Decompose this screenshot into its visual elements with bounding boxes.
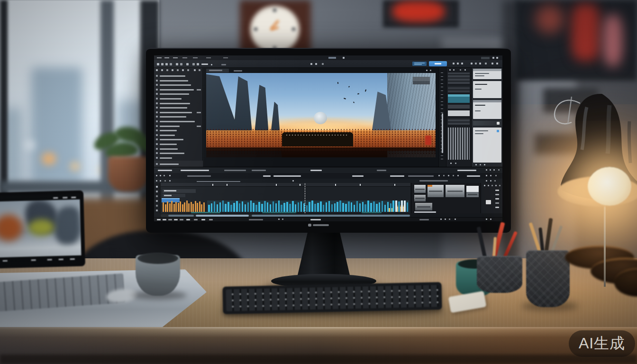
waveform-bar — [242, 201, 244, 212]
timeline-tab — [224, 170, 246, 171]
waveform-bar — [354, 205, 355, 212]
track-tool-icons — [156, 186, 158, 188]
waveform-bar — [300, 201, 302, 212]
waveform-bar — [273, 201, 274, 212]
preview-overlay-widget — [413, 77, 430, 84]
waveform-bar — [219, 202, 221, 212]
waveform-bar — [233, 203, 235, 212]
project-item-icon — [156, 84, 158, 86]
ruler-tick — [441, 91, 443, 91]
window-control-icons — [492, 57, 494, 59]
ruler-marker — [394, 184, 395, 186]
timeline-toolbar — [154, 173, 502, 179]
waveform-bar — [390, 203, 392, 212]
ruler-tick — [441, 109, 443, 109]
waveform-bar — [253, 203, 255, 212]
waveform-bar — [278, 200, 280, 212]
properties-panel — [471, 68, 502, 167]
project-item-label — [160, 135, 175, 136]
waveform-bar — [217, 204, 218, 212]
waveform-bar — [201, 204, 202, 212]
project-item-label — [160, 121, 195, 122]
waveform-bar — [197, 203, 198, 212]
playhead — [305, 183, 305, 213]
brand-wordmark — [313, 224, 329, 226]
footer-label — [160, 164, 179, 165]
waveform-bar — [298, 202, 300, 212]
project-item-label — [160, 89, 194, 91]
lamp-pole — [604, 199, 606, 287]
waveform-bar — [228, 202, 229, 212]
audio-sub-segment — [262, 212, 296, 213]
ruler-tick — [441, 94, 443, 95]
waveform-bar — [286, 202, 288, 212]
project-item-meta — [197, 126, 201, 127]
export-button — [429, 61, 447, 66]
workspace-icons — [491, 63, 493, 64]
clip-name-label — [408, 175, 434, 177]
timeline-tabbar — [154, 167, 502, 173]
toolbar-label — [221, 64, 226, 65]
bokeh-light — [25, 140, 35, 150]
mug-opening — [137, 253, 178, 264]
waveform-bar — [326, 202, 328, 212]
ruler-tick — [441, 98, 443, 98]
property-card — [473, 100, 501, 119]
project-row — [154, 151, 203, 155]
status-icons-right — [486, 218, 487, 220]
project-item-icon — [156, 148, 158, 150]
project-item-label — [160, 93, 189, 95]
monitor-brand-logo — [308, 223, 332, 228]
project-item-label — [160, 84, 191, 86]
orange-tag-icon — [428, 185, 432, 187]
footer-icon — [156, 163, 158, 165]
waveform-bar — [309, 202, 310, 212]
timeline-tab — [181, 170, 209, 171]
waveform-bar — [165, 204, 166, 212]
ruler-marker — [360, 184, 361, 186]
project-row — [154, 119, 203, 123]
teal-clip-block — [448, 94, 470, 103]
project-item-icon — [156, 93, 158, 95]
project-item-label — [160, 153, 184, 154]
timeline-tab — [158, 170, 172, 171]
audio-sub-segment — [362, 212, 382, 213]
project-item-icon — [156, 125, 158, 127]
waveform-bar — [401, 200, 403, 212]
project-row — [154, 124, 203, 128]
poster-artwork — [572, 4, 600, 61]
panel-header-icons — [156, 69, 158, 71]
waveform-bar — [317, 203, 319, 212]
bird-silhouette — [357, 93, 359, 94]
timeline-tab — [377, 170, 386, 171]
timeline-status-bar — [154, 217, 502, 221]
waveform-bar — [320, 201, 322, 212]
project-item-icon — [156, 102, 158, 104]
timeline-right-icons — [438, 175, 440, 176]
waveform-bar — [169, 203, 171, 212]
audio-waveform — [162, 200, 410, 212]
waveform-bar — [270, 204, 272, 212]
waveform-bar — [351, 202, 353, 212]
ruler-tick — [441, 159, 443, 159]
ruler-scroll-thumb — [442, 113, 443, 153]
poster-artwork — [392, 1, 445, 22]
pen-cup — [526, 250, 570, 307]
white-tool-icon — [486, 200, 491, 204]
waveform-bar — [407, 202, 409, 212]
project-item-icon — [156, 89, 158, 91]
clock-numeral — [254, 27, 257, 31]
waveform-bar — [222, 200, 224, 212]
timeline-right-icons — [486, 175, 487, 176]
selected-range-underline — [197, 181, 240, 182]
status-label — [419, 219, 429, 220]
ruler-marker — [300, 184, 300, 186]
waveform-bar — [387, 202, 389, 212]
workspace-icons — [453, 63, 455, 64]
subbar-icons — [486, 180, 487, 182]
waveform-bar — [258, 202, 260, 212]
project-row — [154, 110, 203, 114]
media-thumbnail — [466, 186, 479, 197]
clip-name-label — [467, 175, 480, 177]
toolbar-center-icons — [310, 63, 312, 65]
